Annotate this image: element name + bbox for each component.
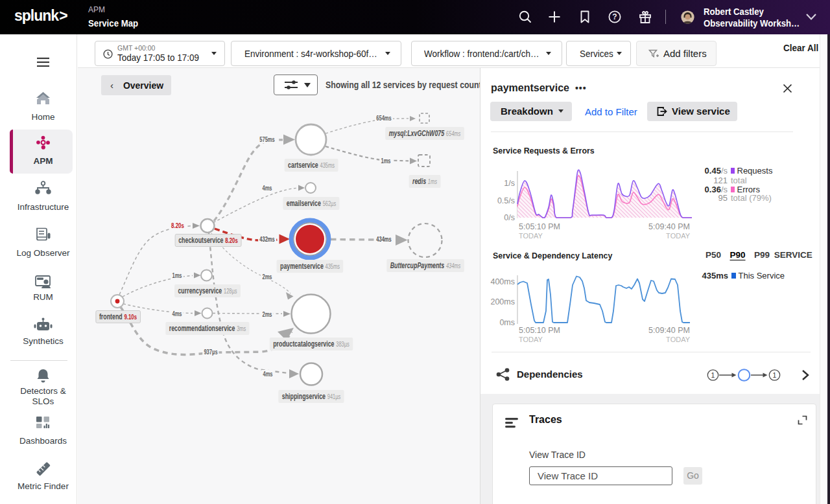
svg-text:0.5/s: 0.5/s	[497, 196, 515, 205]
svg-text:0/s: 0/s	[504, 213, 515, 222]
svg-text:0ms: 0ms	[499, 318, 515, 327]
svg-text:200ms: 200ms	[490, 297, 515, 306]
svg-text:400ms: 400ms	[490, 277, 515, 286]
svg-text:1: 1	[711, 371, 715, 379]
svg-text:1: 1	[773, 371, 777, 379]
svg-text:1/s: 1/s	[504, 179, 515, 188]
svg-text:?: ?	[612, 12, 617, 21]
